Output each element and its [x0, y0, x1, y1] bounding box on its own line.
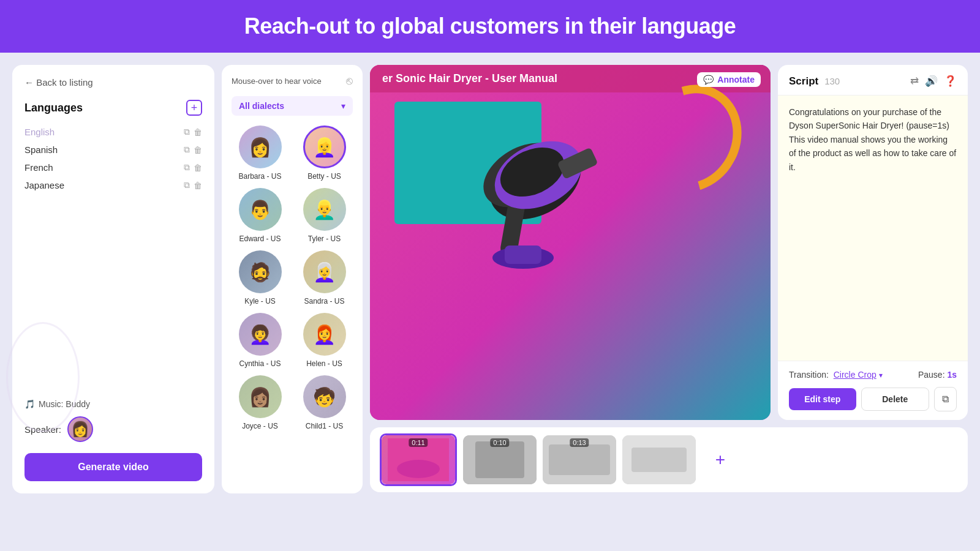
video-content: er Sonic Hair Dryer - User Manual: [370, 65, 771, 420]
script-count: 130: [824, 76, 840, 86]
thumb-img-4: [622, 435, 696, 484]
delete-icon-english[interactable]: 🗑: [194, 127, 202, 137]
svg-rect-4: [505, 246, 541, 264]
back-to-listing-link[interactable]: ← Back to listing: [24, 77, 202, 88]
copy-step-button[interactable]: ⧉: [934, 387, 957, 411]
languages-header: Languages +: [24, 100, 202, 116]
voice-avatar-barbara: 👩: [239, 126, 282, 168]
script-footer: Transition: Circle Crop ▾ Pause: 1s Edit…: [778, 361, 968, 420]
lang-actions-english: ⧉ 🗑: [184, 127, 202, 137]
timeline-thumb-2[interactable]: 0:10: [463, 435, 537, 484]
export-icon[interactable]: ⎋: [346, 75, 353, 88]
voice-name-edward: Edward - US: [239, 234, 281, 243]
timeline: 0:11 0:10 0:13: [370, 427, 968, 492]
add-language-button[interactable]: +: [186, 100, 202, 116]
thumb-svg-4: [622, 435, 696, 484]
voice-avatar-kyle: 🧔: [239, 250, 282, 293]
dialect-text: All dialects: [239, 101, 284, 111]
main-container: ← Back to listing Languages + English ⧉ …: [0, 53, 980, 549]
svg-point-9: [397, 460, 440, 478]
voice-card-joyce[interactable]: 👩🏽 Joyce - US: [232, 375, 288, 430]
language-name-french: French: [24, 162, 184, 173]
pause-value: 1s: [947, 370, 957, 380]
voice-card-tyler[interactable]: 👱‍♂️ Tyler - US: [296, 188, 353, 243]
voice-name-betty: Betty - US: [307, 172, 341, 181]
chevron-transition-icon[interactable]: ▾: [879, 371, 883, 380]
voice-card-helen[interactable]: 👩‍🦰 Helen - US: [296, 313, 353, 368]
kyle-face: 🧔: [239, 250, 282, 293]
annotate-label: Annotate: [717, 75, 755, 84]
barbara-face: 👩: [239, 126, 282, 168]
plus-icon: +: [191, 102, 198, 114]
timeline-thumb-4[interactable]: [622, 435, 696, 484]
timeline-thumb-3[interactable]: 0:13: [543, 435, 616, 484]
language-item-english[interactable]: English ⧉ 🗑: [24, 123, 202, 141]
cynthia-face: 👩‍🦱: [239, 313, 282, 356]
thumb-time-1: 0:11: [409, 438, 428, 447]
languages-title: Languages: [24, 102, 83, 114]
language-name-spanish: Spanish: [24, 144, 184, 155]
voice-avatar-child1: 🧒: [303, 375, 346, 418]
annotate-button[interactable]: 💬 Annotate: [697, 72, 761, 87]
sound-icon[interactable]: 🔊: [925, 75, 938, 88]
video-preview: 💬 Annotate er Sonic Hair Dryer - User Ma…: [370, 65, 771, 420]
voice-card-kyle[interactable]: 🧔 Kyle - US: [232, 250, 288, 305]
add-step-button[interactable]: +: [702, 435, 739, 484]
edward-face: 👨: [239, 188, 282, 231]
svg-rect-13: [549, 444, 610, 475]
voice-name-cynthia: Cynthia - US: [239, 359, 281, 368]
voice-card-child1[interactable]: 🧒 Child1 - US: [296, 375, 353, 430]
copy-icon-spanish[interactable]: ⧉: [184, 144, 190, 155]
delete-icon-japanese[interactable]: 🗑: [194, 181, 202, 190]
script-actions: Edit step Delete ⧉: [789, 387, 957, 411]
annotate-icon: 💬: [703, 75, 714, 84]
copy-icon: ⧉: [942, 394, 949, 404]
voice-avatar-tyler: 👱‍♂️: [303, 188, 346, 231]
video-area: 💬 Annotate er Sonic Hair Dryer - User Ma…: [370, 65, 968, 492]
video-title-text: er Sonic Hair Dryer - User Manual: [382, 72, 557, 84]
language-item-spanish[interactable]: Spanish ⧉ 🗑: [24, 141, 202, 159]
sidebar-decoration: [6, 322, 80, 432]
thumb-time-3: 0:13: [570, 438, 589, 447]
transition-value[interactable]: Circle Crop: [834, 370, 876, 380]
sidebar: ← Back to listing Languages + English ⧉ …: [12, 65, 214, 493]
script-body[interactable]: Congratulations on your purchase of the …: [778, 96, 968, 361]
voice-card-cynthia[interactable]: 👩‍🦱 Cynthia - US: [232, 313, 288, 368]
generate-video-button[interactable]: Generate video: [24, 453, 202, 481]
timeline-thumb-1[interactable]: 0:11: [380, 433, 457, 486]
voice-name-joyce: Joyce - US: [242, 422, 278, 430]
voice-avatar-joyce: 👩🏽: [239, 375, 282, 418]
delete-button[interactable]: Delete: [861, 388, 930, 411]
language-item-japanese[interactable]: Japanese ⧉ 🗑: [24, 176, 202, 194]
script-title-group: Script 130: [789, 75, 840, 88]
language-name-english: English: [24, 127, 184, 137]
chevron-down-icon: ▾: [341, 101, 345, 111]
edit-step-button[interactable]: Edit step: [789, 388, 856, 410]
voice-card-edward[interactable]: 👨 Edward - US: [232, 188, 288, 243]
speaker-face-icon: 👩: [71, 421, 89, 438]
copy-icon-japanese[interactable]: ⧉: [184, 180, 190, 190]
speaker-avatar[interactable]: 👩: [67, 416, 93, 442]
dialect-selector[interactable]: All dialects ▾: [232, 96, 353, 116]
back-label: ← Back to listing: [24, 77, 93, 88]
child1-face: 🧒: [303, 375, 346, 418]
page-header: Reach-out to global customers in their l…: [0, 0, 980, 53]
voice-name-tyler: Tyler - US: [308, 234, 341, 243]
voice-card-sandra[interactable]: 👩‍🦳 Sandra - US: [296, 250, 353, 305]
voice-panel: Mouse-over to hear voice ⎋ All dialects …: [222, 65, 363, 493]
transition-group: Transition: Circle Crop ▾: [789, 370, 883, 380]
header-title: Reach-out to global customers in their l…: [244, 13, 736, 39]
script-text: Congratulations on your purchase of the …: [789, 107, 956, 172]
help-icon[interactable]: ❓: [944, 75, 957, 88]
delete-icon-spanish[interactable]: 🗑: [194, 145, 202, 155]
script-title: Script: [789, 75, 818, 88]
delete-icon-french[interactable]: 🗑: [194, 163, 202, 173]
copy-icon-french[interactable]: ⧉: [184, 162, 190, 173]
voice-card-barbara[interactable]: 👩 Barbara - US: [232, 126, 288, 181]
lang-actions-japanese: ⧉ 🗑: [184, 180, 202, 190]
translate-icon[interactable]: ⇄: [910, 75, 919, 88]
copy-icon-english[interactable]: ⧉: [184, 127, 190, 137]
language-item-french[interactable]: French ⧉ 🗑: [24, 159, 202, 176]
voice-name-helen: Helen - US: [306, 359, 342, 368]
voice-card-betty[interactable]: 👱‍♀️ Betty - US: [296, 126, 353, 181]
